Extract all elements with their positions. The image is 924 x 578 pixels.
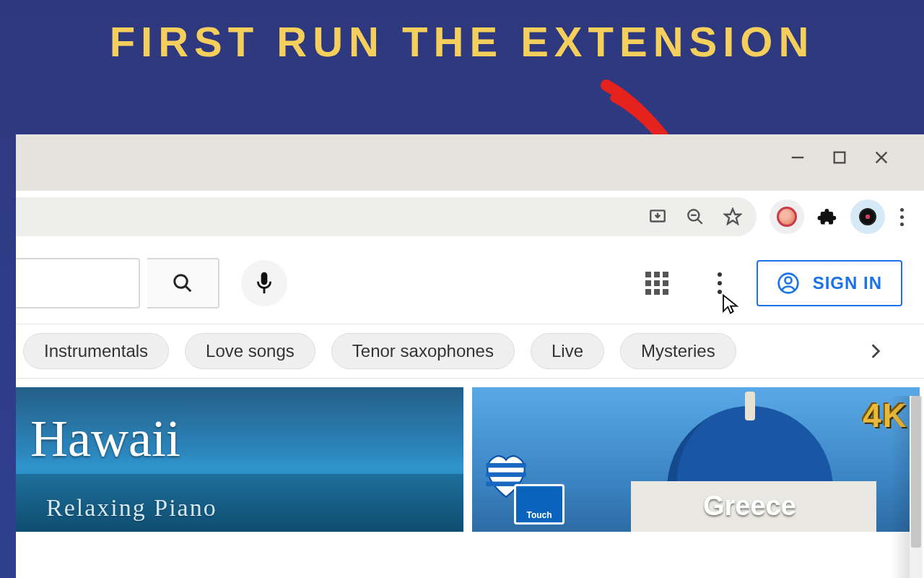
extension-icon	[777, 207, 797, 227]
video-grid: Hawaii Relaxing Piano 4K Touch Greece	[16, 379, 924, 532]
settings-menu-button[interactable]	[709, 272, 731, 294]
voice-search-button[interactable]	[241, 260, 287, 306]
extension-pinned-button[interactable]	[770, 199, 804, 234]
chips-scroll-right[interactable]	[808, 324, 924, 378]
window-titlebar	[16, 134, 924, 191]
svg-rect-12	[261, 272, 268, 285]
browser-window: SIGN IN Instrumentals Love songs Tenor s…	[16, 134, 924, 578]
extensions-area	[770, 199, 912, 234]
chrome-profile-button[interactable]	[850, 199, 885, 234]
chip-live[interactable]: Live	[531, 333, 604, 369]
badge-4k: 4K	[863, 396, 908, 435]
sign-in-button[interactable]: SIGN IN	[757, 260, 902, 306]
svg-rect-16	[486, 463, 526, 467]
chip-mysteries[interactable]: Mysteries	[620, 333, 736, 369]
thumb-title: Greece	[703, 491, 796, 522]
site-header: SIGN IN	[16, 243, 924, 324]
chip-love-songs[interactable]: Love songs	[185, 333, 315, 369]
close-button[interactable]	[860, 142, 902, 173]
category-chips-row: Instrumentals Love songs Tenor saxophone…	[16, 324, 924, 379]
svg-point-15	[785, 277, 791, 283]
svg-line-7	[697, 219, 702, 224]
channel-badge-label: Touch	[526, 510, 552, 520]
thumb-subtitle: Relaxing Piano	[46, 494, 217, 522]
install-app-icon[interactable]	[648, 207, 667, 226]
apps-grid-button[interactable]	[642, 269, 671, 298]
chip-instrumentals[interactable]: Instrumentals	[23, 333, 169, 369]
channel-badge: Touch	[514, 484, 565, 525]
svg-rect-17	[486, 473, 526, 477]
sign-in-label: SIGN IN	[813, 273, 882, 293]
instruction-banner: FIRST RUN THE EXTENSION	[0, 17, 924, 66]
browser-toolbar	[16, 191, 924, 243]
svg-marker-9	[725, 209, 741, 224]
video-thumb-hawaii[interactable]: Hawaii Relaxing Piano	[16, 387, 463, 532]
address-bar[interactable]	[16, 197, 757, 236]
search-field[interactable]	[16, 258, 140, 309]
maximize-button[interactable]	[819, 142, 860, 173]
profile-avatar-icon	[859, 208, 876, 225]
chip-tenor-saxophones[interactable]: Tenor saxophones	[331, 333, 515, 369]
search-button[interactable]	[147, 258, 219, 309]
thumb-title: Hawaii	[30, 409, 180, 469]
zoom-out-icon[interactable]	[686, 207, 705, 226]
extensions-menu-button[interactable]	[810, 199, 845, 234]
video-thumb-greece[interactable]: 4K Touch Greece	[472, 387, 920, 532]
bookmark-star-icon[interactable]	[723, 207, 742, 226]
vertical-scrollbar[interactable]	[910, 396, 923, 578]
minimize-button[interactable]	[777, 142, 819, 173]
svg-rect-2	[834, 152, 845, 163]
scrollbar-handle[interactable]	[911, 396, 921, 548]
svg-line-11	[186, 286, 191, 291]
chrome-menu-button[interactable]	[891, 208, 912, 226]
svg-point-10	[175, 275, 188, 288]
